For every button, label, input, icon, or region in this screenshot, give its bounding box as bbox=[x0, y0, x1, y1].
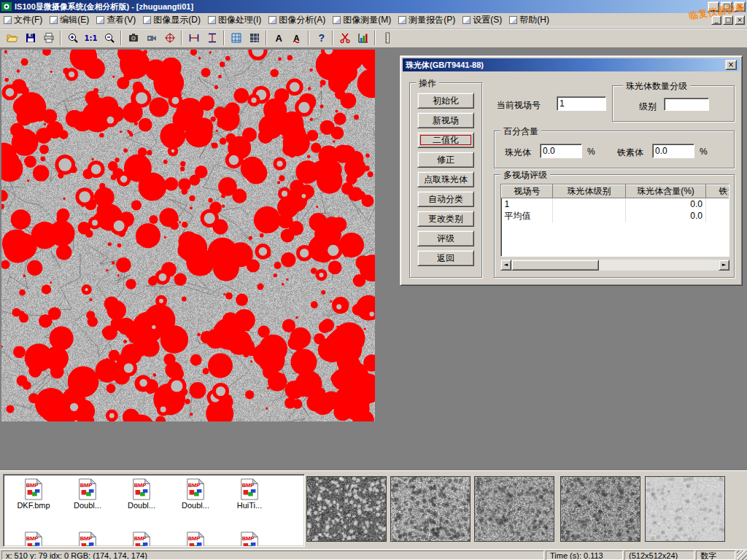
current-field-input[interactable] bbox=[557, 96, 606, 111]
toolbar-separator bbox=[223, 31, 225, 45]
print-button[interactable] bbox=[39, 29, 58, 47]
pearlite-dialog-titlebar[interactable]: 珠光体(GB/T9441-88) × bbox=[403, 58, 740, 71]
text-style-button[interactable]: A bbox=[287, 29, 306, 47]
return-button[interactable]: 返回 bbox=[417, 250, 474, 266]
file-name: Doubl... bbox=[170, 501, 221, 510]
grid-button[interactable] bbox=[227, 29, 245, 47]
text-button[interactable]: A bbox=[269, 29, 287, 47]
one-to-one-icon: 1:1 bbox=[85, 34, 98, 42]
auto-classify-button[interactable]: 自动分类 bbox=[417, 191, 474, 207]
menu-item-help[interactable]: 帮助(H) bbox=[506, 14, 553, 27]
ferrite-percent-input[interactable] bbox=[652, 144, 694, 158]
file-item[interactable]: Doubl... bbox=[170, 478, 221, 510]
bmp-file-icon bbox=[77, 532, 98, 547]
help-button[interactable]: ? bbox=[311, 29, 330, 47]
menu-item-image-display[interactable]: 图像显示(D) bbox=[139, 14, 204, 27]
menu-label: 图像测量(M) bbox=[343, 14, 391, 26]
table-hscrollbar: ◄ ► bbox=[500, 260, 729, 271]
report-menu-icon bbox=[398, 16, 406, 24]
print-icon bbox=[43, 32, 55, 44]
zoom-in-button[interactable] bbox=[63, 29, 82, 47]
menu-label: 文件(F) bbox=[14, 14, 42, 26]
level-label: 级别 bbox=[639, 101, 657, 113]
pearlite-dialog: 珠光体(GB/T9441-88) × 操作 初始化 新视场 二值化 修正 点取珠… bbox=[400, 55, 743, 286]
child-close-button[interactable]: × bbox=[735, 15, 745, 25]
save-button[interactable] bbox=[21, 29, 39, 47]
pearlite-percent-input[interactable] bbox=[540, 144, 582, 158]
caliper-vertical-icon bbox=[206, 32, 218, 44]
menu-item-view[interactable]: 查看(V) bbox=[93, 14, 139, 27]
ruler-button[interactable] bbox=[378, 29, 396, 47]
thumbnail-2[interactable] bbox=[390, 476, 471, 542]
workspace: 珠光体(GB/T9441-88) × 操作 初始化 新视场 二值化 修正 点取珠… bbox=[0, 48, 747, 470]
initialize-button[interactable]: 初始化 bbox=[417, 93, 474, 109]
col-pearlite-level[interactable]: 珠光体级别 bbox=[553, 185, 626, 198]
file-item[interactable] bbox=[170, 532, 221, 547]
capture-icon bbox=[128, 32, 139, 44]
rate-button[interactable]: 评级 bbox=[417, 230, 474, 246]
pearlite-dialog-close-button[interactable]: × bbox=[725, 60, 737, 70]
zoom-out-button[interactable] bbox=[100, 29, 118, 47]
file-item[interactable] bbox=[62, 532, 113, 547]
measure-horizontal-button[interactable] bbox=[185, 29, 203, 47]
file-item[interactable]: HuiTi... bbox=[224, 478, 275, 510]
svg-text:A: A bbox=[293, 34, 299, 42]
toolbar-separator bbox=[181, 31, 182, 45]
col-ferrite[interactable]: 铁素 bbox=[706, 185, 730, 198]
thumbnail-5[interactable] bbox=[645, 476, 725, 542]
zoom-in-icon bbox=[67, 32, 79, 44]
file-item[interactable] bbox=[116, 532, 167, 547]
menu-item-image-analysis[interactable]: 图像分析(A) bbox=[265, 14, 329, 27]
open-button[interactable] bbox=[3, 29, 21, 47]
menu-item-image-measure[interactable]: 图像测量(M) bbox=[329, 14, 395, 27]
level-input[interactable] bbox=[664, 98, 709, 111]
table-row[interactable]: 平均值 0.0 bbox=[502, 210, 730, 222]
bmp-file-icon bbox=[23, 478, 44, 500]
col-pearlite-content[interactable]: 珠光体含量(%) bbox=[626, 185, 706, 198]
menu-item-edit[interactable]: 编辑(E) bbox=[46, 14, 93, 27]
binarize-button[interactable]: 二值化 bbox=[417, 132, 474, 148]
scroll-right-button[interactable]: ► bbox=[719, 260, 729, 271]
file-item[interactable]: DKF.bmp bbox=[8, 478, 59, 510]
menu-item-settings[interactable]: 设置(S) bbox=[459, 14, 506, 27]
menu-item-file[interactable]: 文件(F) bbox=[0, 14, 46, 27]
settings-menu-icon bbox=[462, 16, 471, 24]
cell-level bbox=[553, 198, 626, 210]
metallograph-image[interactable] bbox=[1, 50, 375, 421]
correct-button[interactable]: 修正 bbox=[417, 152, 474, 168]
scissors-icon bbox=[339, 32, 351, 44]
menu-label: 测量报告(P) bbox=[409, 14, 455, 26]
file-item[interactable] bbox=[224, 532, 275, 547]
new-field-button[interactable]: 新视场 bbox=[417, 112, 474, 128]
measure-vertical-button[interactable] bbox=[203, 29, 221, 47]
scroll-thumb[interactable] bbox=[511, 260, 599, 271]
resize-grip[interactable] bbox=[737, 551, 747, 560]
grading-group: 珠光体数量分级 级别 bbox=[612, 85, 735, 122]
bmp-file-icon bbox=[23, 532, 44, 547]
table-row[interactable]: 1 0.0 bbox=[502, 198, 730, 210]
menu-item-report[interactable]: 测量报告(P) bbox=[395, 14, 459, 27]
file-menu-icon bbox=[4, 16, 12, 24]
target-button[interactable] bbox=[160, 29, 179, 47]
file-item[interactable] bbox=[8, 532, 59, 547]
scroll-left-button[interactable]: ◄ bbox=[500, 260, 511, 271]
thumbnail-4[interactable] bbox=[560, 476, 640, 542]
col-field-no[interactable]: 视场号 bbox=[502, 185, 553, 198]
file-item[interactable]: Doubl... bbox=[116, 478, 167, 510]
file-item[interactable]: Doubl... bbox=[62, 478, 113, 510]
file-name: Doubl... bbox=[116, 501, 167, 510]
cut-button[interactable] bbox=[336, 29, 354, 47]
thumbnail-1[interactable] bbox=[306, 476, 387, 542]
camera-button[interactable] bbox=[142, 29, 160, 47]
video-camera-icon bbox=[146, 32, 158, 44]
grid-dark-button[interactable] bbox=[245, 29, 263, 47]
pick-pearlite-button[interactable]: 点取珠光体 bbox=[417, 171, 474, 187]
toolbar-separator bbox=[60, 31, 61, 45]
thumbnail-3[interactable] bbox=[474, 476, 554, 542]
change-category-button[interactable]: 更改类别 bbox=[417, 211, 474, 227]
menu-item-image-process[interactable]: 图像处理(I) bbox=[204, 14, 265, 27]
chart-button[interactable] bbox=[354, 29, 372, 47]
actual-size-button[interactable]: 1:1 bbox=[82, 29, 100, 47]
bmp-file-icon bbox=[185, 478, 206, 500]
capture-button[interactable] bbox=[124, 29, 142, 47]
